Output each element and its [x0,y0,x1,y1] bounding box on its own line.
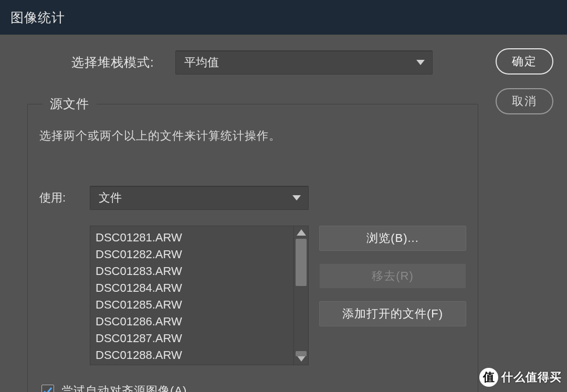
list-item[interactable]: DSC01286.ARW [96,313,293,330]
watermark: 值 什么值得买 [479,368,562,387]
cancel-button[interactable]: 取消 [496,88,553,114]
list-item[interactable]: DSC01281.ARW [96,229,293,246]
scroll-thumb[interactable] [296,239,307,286]
stack-mode-row: 选择堆栈模式: 平均值 [71,50,553,75]
stack-mode-value: 平均值 [184,55,219,70]
list-item[interactable]: DSC01285.ARW [96,296,293,313]
list-item[interactable]: DSC01284.ARW [96,280,293,296]
source-fieldset: 源文件 选择两个或两个以上的文件来计算统计操作。 使用: 文件 DSC01281… [27,96,478,392]
cancel-button-label: 取消 [512,93,537,109]
scroll-thumb[interactable] [296,351,307,356]
auto-align-label[interactable]: 尝试自动对齐源图像(A) [61,383,187,392]
dialog-content: 选择堆栈模式: 平均值 源文件 选择两个或两个以上的文件来计算统计操作。 使用:… [0,35,567,392]
use-label: 使用: [39,190,90,206]
add-open-files-label: 添加打开的文件(F) [342,306,443,322]
use-select[interactable]: 文件 [90,186,309,210]
remove-button: 移去(R) [319,263,466,289]
browse-button-label: 浏览(B)... [366,230,419,246]
source-description: 选择两个或两个以上的文件来计算统计操作。 [39,128,466,144]
scroll-up-button[interactable] [294,226,308,239]
use-value: 文件 [99,190,122,206]
file-listbox[interactable]: DSC01281.ARWDSC01282.ARWDSC01283.ARWDSC0… [90,226,309,365]
stack-mode-select[interactable]: 平均值 [175,50,433,75]
check-icon [43,386,52,392]
svg-marker-1 [292,195,301,200]
list-item[interactable]: DSC01282.ARW [96,246,293,263]
scrollbar[interactable] [293,226,308,365]
file-buttons: 浏览(B)... 移去(R) 添加打开的文件(F) [319,226,466,326]
list-area: DSC01281.ARWDSC01282.ARWDSC01283.ARWDSC0… [39,226,466,365]
use-row: 使用: 文件 [39,186,466,210]
source-legend: 源文件 [43,96,97,112]
watermark-text: 什么值得买 [501,369,562,385]
dialog-title: 图像统计 [10,9,65,26]
remove-button-label: 移去(R) [372,268,414,284]
auto-align-checkbox[interactable] [41,385,54,392]
list-item[interactable]: DSC01283.ARW [96,263,293,280]
chevron-down-icon [416,60,425,65]
add-open-files-button[interactable]: 添加打开的文件(F) [319,301,466,326]
list-item[interactable]: DSC01287.ARW [96,330,293,347]
browse-button[interactable]: 浏览(B)... [319,226,466,251]
dialog-buttons: 确定 取消 [496,48,553,114]
title-bar: 图像统计 [0,0,567,35]
scroll-track[interactable] [294,239,308,352]
auto-align-row: 尝试自动对齐源图像(A) [41,383,466,392]
watermark-icon: 值 [479,368,498,387]
list-item[interactable]: DSC01288.ARW [96,347,293,364]
ok-button[interactable]: 确定 [496,48,553,75]
triangle-up-icon [297,229,306,236]
chevron-down-icon [292,195,301,200]
svg-marker-0 [416,60,425,65]
ok-button-label: 确定 [512,54,537,69]
stack-mode-label: 选择堆栈模式: [71,54,154,71]
